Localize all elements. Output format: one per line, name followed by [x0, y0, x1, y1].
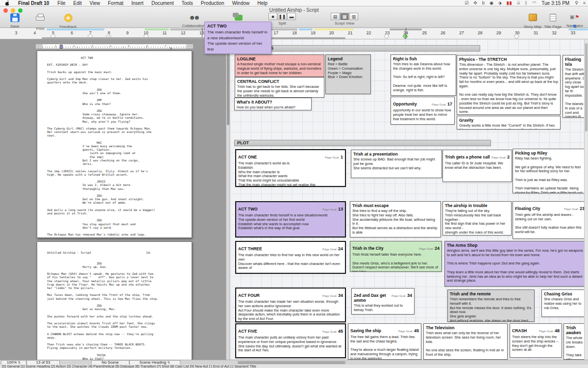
plot-card-act-three[interactable]: ACT THREEPage Goal:24 The main character… [235, 241, 346, 274]
notification-center-icon[interactable]: ≡ [581, 0, 588, 5]
ruler-left-cap: ··· [36, 44, 43, 49]
script-page-2-text[interactable]: Untitled Airship - Script 14. ZED Hurry … [37, 242, 192, 360]
script-ruler[interactable]: ··· ··· 1234567 [35, 44, 194, 49]
timeline-page-number[interactable]: 28 [471, 30, 490, 35]
plot-card-act-one[interactable]: ACT ONEPage Goal:1 The main character's … [235, 149, 346, 187]
note-card-opportunity[interactable]: OpportunityPage Goal:17 opportunity in o… [391, 97, 455, 125]
plot-card-airship-in-trouble[interactable]: The airship in trouble They're falling o… [442, 201, 512, 236]
note-card-gravity[interactable]: Gravity Gravity works a little more like… [457, 116, 561, 130]
plot-section-header[interactable]: PLOT [234, 140, 491, 146]
timeline-page-number[interactable]: 11 [155, 30, 174, 35]
story-map-timeline[interactable]: 3456789101112131415161718192021222324252… [0, 28, 588, 39]
plot-card-crash[interactable]: CRASHPage Goal:48 Trish steers the ship … [510, 323, 562, 358]
plot-card-arms-shop[interactable]: The Arms Shop Arington arms. we'll see t… [444, 241, 586, 287]
script-page-1[interactable]: ACT TWO EXT. AIRSHIP DECK - DAY Trish ba… [37, 51, 192, 238]
plot-card-trish-and-remote[interactable]: Trish and the remote Trish remembers the… [447, 289, 535, 322]
plot-card-phone-call[interactable]: Trish gets a phone callPage Goal:2 The c… [442, 150, 512, 182]
board-scrollbar-thumb[interactable] [585, 43, 588, 131]
timeline-scrollbar-thumb[interactable] [42, 37, 345, 39]
timeline-page-number[interactable]: 4 [25, 30, 44, 35]
pause-status-icon[interactable]: ▮▮ [504, 0, 515, 5]
act-two-tooltip: ACT TWO The main character finds herself… [204, 22, 271, 54]
story-map-icon [527, 14, 538, 24]
menu-item[interactable]: Format [104, 0, 127, 6]
menu-item[interactable]: File [53, 0, 69, 6]
note-card-physics-stretch[interactable]: Physics - The STRETCH This dimension - T… [457, 55, 561, 115]
horizontal-split-button[interactable]: ▬ [287, 13, 296, 20]
timeline-page-number[interactable]: 25 [415, 30, 434, 35]
vertical-split-button[interactable]: ❚❚ [278, 13, 287, 20]
eye-status-icon[interactable]: ◉ [487, 0, 496, 5]
timeline-page-number[interactable]: 33 [564, 30, 582, 35]
plot-card-trish-presentation[interactable]: Trish at a presentation She screws up BA… [351, 150, 442, 178]
timeline-page-number[interactable]: 6 [63, 30, 81, 35]
note-card-logline[interactable]: LOGLINE A frazzled single mother must es… [235, 54, 324, 77]
plot-card-trish-must-escape[interactable]: Trish must escape She tries to find a wa… [350, 201, 441, 237]
no-split-button[interactable]: ■ [269, 13, 277, 20]
timeline-page-number[interactable]: 19 [304, 30, 322, 35]
plot-card-the-television[interactable]: The Television Trish sees what can only … [423, 323, 508, 360]
timeline-page-number[interactable]: 26 [434, 30, 452, 35]
script-page-1-text[interactable]: ACT TWO EXT. AIRSHIP DECK - DAY Trish ba… [37, 51, 192, 236]
menu-item[interactable]: Document [147, 0, 178, 6]
timeline-page-number[interactable]: 32 [545, 30, 564, 35]
wifi-icon[interactable]: ◠ [530, 0, 539, 5]
vault-status-icon[interactable]: ✣ [471, 0, 480, 5]
board-vertical-scrollbar[interactable] [584, 39, 588, 360]
menu-item[interactable]: Tools [177, 0, 196, 6]
timeline-page-number[interactable]: 27 [452, 30, 471, 35]
timeline-page-number[interactable]: 22 [360, 30, 378, 35]
display-status-icon[interactable]: ⌸ [515, 0, 522, 6]
note-card-central-conflict[interactable]: CENTRAL CONFLICT Trish has to get back t… [235, 77, 324, 98]
plot-card-picking-up-riley[interactable]: Picking up Riley Riley has been fighting… [513, 149, 587, 193]
note-card-legend[interactable]: Legend Red = Battle Green = Conversation… [325, 54, 371, 94]
plot-card-act-four[interactable]: ACT FOURPage Goal:34 The main character … [235, 288, 346, 322]
app-menu[interactable]: Final Draft 10 [14, 0, 53, 6]
timeline-page-number[interactable]: 12 [174, 30, 193, 35]
menu-clock[interactable]: Tue 3:15 PM [539, 0, 572, 6]
drop-status-icon[interactable]: ⬗ [496, 0, 504, 5]
feedback-button[interactable]: ★ Feedback [55, 13, 81, 29]
script-page-2[interactable]: Untitled Airship - Script 14. ZED Hurry … [37, 241, 192, 360]
plot-card-act-five[interactable]: ACT FIVEPage Goal:45 The main character … [235, 323, 346, 358]
menu-item[interactable]: Window [228, 0, 254, 6]
plot-card-trish-in-the-city[interactable]: Trish in the CityPage Goal:24 Trish find… [350, 241, 442, 272]
menu-item[interactable]: Insert [127, 0, 147, 6]
timeline-page-number[interactable]: 20 [322, 30, 341, 35]
ruler-margin-marker[interactable] [169, 45, 173, 50]
plot-card-chasing-griss[interactable]: Chasing Griss She chases Griss and reali… [541, 289, 588, 317]
check-status-icon[interactable]: ☑ [462, 0, 471, 5]
save-button[interactable]: Save [5, 13, 24, 28]
b-status-icon[interactable]: b [480, 0, 487, 5]
page-view-button[interactable]: ▦ [340, 13, 349, 20]
navigator-button[interactable]: ▣⚑☻ Navigator [563, 13, 587, 28]
plot-card-floating-city[interactable]: Floating CityPage Goal:23 Trish gets off… [513, 201, 587, 239]
apple-menu-icon[interactable] [0, 0, 14, 6]
normal-view-button[interactable]: ▤ [331, 13, 340, 20]
plot-card-saving-the-ship[interactable]: Saving the shipPage Goal:45 The free fal… [348, 323, 421, 360]
timeline-page-number[interactable]: 21 [341, 30, 360, 35]
spotlight-search-icon[interactable]: ⚲ [572, 0, 581, 5]
ruler-indent-marker[interactable] [60, 45, 63, 49]
note-card-whats-it-about[interactable]: What's it ABOUT? How do you lead when yo… [234, 98, 312, 110]
plot-card-zed-dax-ammo[interactable]: Zed and Dax get ammoPage Goal:34 This is… [351, 288, 415, 315]
plot-card-act-two-selected[interactable]: ACT TWOPage Goal:13 The main character f… [235, 201, 346, 237]
navigator-icon: ▣⚑☻ [569, 13, 580, 23]
timeline-page-number[interactable]: 31 [527, 30, 545, 35]
bluetooth-icon[interactable]: ᛒ [522, 0, 530, 5]
script-vertical-scrollbar[interactable] [226, 39, 230, 360]
timeline-page-number[interactable]: 18 [285, 30, 304, 35]
menu-item[interactable]: Help [253, 0, 271, 6]
menu-item[interactable]: View [86, 0, 104, 6]
print-button[interactable]: Print [30, 13, 50, 31]
title-page-button[interactable]: Title Page [541, 13, 564, 29]
timeline-page-number[interactable]: 29 [490, 30, 508, 35]
note-card-right-is-fish[interactable]: Right is fish Trish tries to ask Deanna … [391, 54, 456, 96]
timeline-page-number[interactable]: 9 [118, 30, 137, 35]
menu-item[interactable]: Edit [69, 0, 85, 6]
speed-view-button[interactable]: ▥ [349, 13, 358, 20]
menu-item[interactable]: Production [197, 0, 228, 6]
script-scrollbar-thumb[interactable] [227, 42, 229, 125]
timeline-page-number[interactable]: 3 [7, 30, 25, 35]
split-control: ■ ❚❚ ▬ Split [267, 13, 297, 26]
